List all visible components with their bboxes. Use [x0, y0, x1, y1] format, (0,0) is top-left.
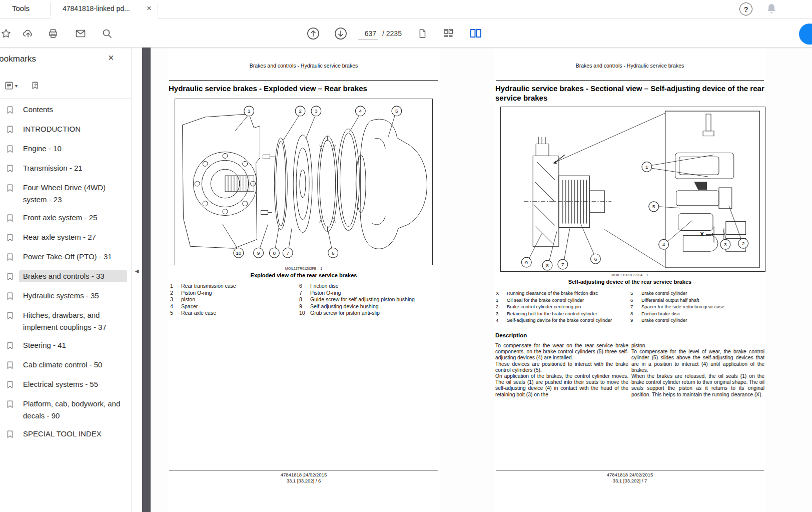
tab-separator: [158, 3, 158, 16]
thumbnail-view-button[interactable]: [439, 25, 457, 43]
bookmark-item[interactable]: Hydraulic systems - 35: [0, 287, 131, 306]
print-button[interactable]: [44, 25, 62, 43]
account-avatar[interactable]: [799, 24, 812, 45]
bookmark-icon: [6, 291, 14, 303]
bookmark-item[interactable]: Engine - 10: [0, 140, 131, 159]
parts-list-left: 1Rear transmission case 2Piston O-ring 3…: [170, 283, 295, 317]
bookmarks-panel: Bookmarks × ▾: [0, 48, 132, 512]
bookmarks-list: Contents INTRODUCTION: [0, 101, 131, 444]
single-page-view-button[interactable]: [413, 25, 431, 43]
favorite-button[interactable]: [0, 25, 15, 43]
bookmark-item[interactable]: Brakes and controls - 33: [0, 267, 131, 287]
bookmark-item[interactable]: Platform, cab, bodywork, and decals - 90: [0, 395, 131, 425]
bookmark-icon: [6, 164, 14, 176]
bookmark-icon: [6, 125, 14, 137]
bookmark-label: Transmission - 21: [19, 162, 127, 174]
bookmark-item[interactable]: INTRODUCTION: [0, 120, 131, 140]
section-title: Hydraulic service brakes - Exploded view…: [169, 84, 439, 93]
bookmark-label: Hydraulic systems - 35: [19, 290, 127, 302]
footer-page-ref: 33.1 [33.202] / 7: [494, 478, 765, 483]
figure-code: MOIL13TR01222FA 1: [494, 273, 765, 277]
help-icon: ?: [743, 5, 748, 14]
bookmark-label: Hitches, drawbars, and implement couplin…: [19, 309, 127, 333]
part-row: 8Friction brake disc: [630, 310, 764, 317]
locate-current-bookmark-button[interactable]: [25, 79, 45, 93]
part-row: 3Retaining bolt for the brake control cy…: [496, 310, 630, 317]
close-bookmarks-icon[interactable]: ×: [108, 52, 114, 64]
collapse-sidebar-button[interactable]: ◀: [132, 265, 142, 276]
svg-text:2: 2: [299, 108, 302, 114]
bookmark-item[interactable]: Steering - 41: [0, 336, 131, 356]
bookmark-label: SPECIAL TOOL INDEX: [19, 428, 127, 440]
printer-icon: [48, 28, 59, 39]
bookmark-item[interactable]: Four-Wheel Drive (4WD) system - 23: [0, 179, 131, 209]
footer-page-ref: 33.1 [33.202] / 6: [168, 478, 440, 483]
running-header: Brakes and controls - Hydraulic service …: [494, 63, 765, 69]
help-button[interactable]: ?: [739, 3, 752, 16]
notifications-button[interactable]: [764, 2, 778, 16]
part-row: XRunning clearance of the brake friction…: [496, 290, 630, 297]
two-page-view-icon: [469, 28, 482, 40]
bookmark-icon: [6, 429, 14, 441]
tab-document[interactable]: 47841818-linked pd... ×: [51, 0, 158, 19]
bookmark-label: Four-Wheel Drive (4WD) system - 23: [19, 182, 127, 206]
bookmark-item[interactable]: Cab climate control - 50: [0, 356, 131, 375]
bookmarks-options-button[interactable]: ▾: [1, 79, 21, 93]
save-to-cloud-button[interactable]: [19, 25, 37, 43]
parts-list-right: 5Brake control cylinder 6Differential ou…: [630, 290, 764, 324]
bookmark-icon: [6, 341, 14, 353]
bookmark-label: Power Take-Off (PTO) - 31: [19, 251, 127, 263]
bookmark-icon: [6, 213, 14, 225]
part-row: 5Rear axle case: [170, 310, 295, 317]
bookmark-item[interactable]: Hitches, drawbars, and implement couplin…: [0, 306, 131, 336]
page-number-input[interactable]: [358, 27, 378, 40]
header-rule: [496, 80, 764, 81]
bookmark-item[interactable]: Transmission - 21: [0, 159, 131, 179]
vertical-scrollbar[interactable]: [142, 48, 151, 512]
svg-text:5: 5: [395, 108, 398, 114]
bookmark-icon: [6, 105, 14, 117]
part-row: 5Brake control cylinder: [630, 290, 764, 297]
star-icon: [1, 28, 12, 39]
sectional-view-figure: 1 5 4 3 2 6 7 8 9 X: [500, 107, 765, 272]
svg-text:1: 1: [248, 108, 251, 114]
email-button[interactable]: [72, 25, 90, 43]
part-row: 9Brake control cylinder: [630, 317, 764, 324]
part-row: 10Grub screw for piston anti-slip: [299, 310, 438, 317]
next-page-button[interactable]: [332, 25, 350, 43]
part-row: 1Oil seal for the brake control cylinder: [496, 297, 630, 304]
parts-list-right: 6Friction disc 7Piston O-ring 8Guide scr…: [299, 283, 438, 317]
svg-text:4: 4: [359, 108, 362, 114]
bookmark-label: Steering - 41: [19, 339, 127, 351]
svg-text:6: 6: [332, 250, 335, 256]
envelope-icon: [75, 28, 87, 40]
part-row: 1Rear transmission case: [170, 283, 295, 290]
search-button[interactable]: [98, 25, 116, 43]
bookmark-label: INTRODUCTION: [19, 123, 127, 135]
search-icon: [101, 28, 113, 40]
bookmark-item[interactable]: Electrical systems - 55: [0, 375, 131, 395]
bookmark-item[interactable]: Rear axle system - 27: [0, 228, 131, 248]
two-page-view-button[interactable]: [467, 25, 485, 43]
bookmark-item[interactable]: Power Take-Off (PTO) - 31: [0, 248, 131, 267]
bookmark-item[interactable]: Contents: [0, 101, 131, 120]
part-row: 8Guide screw for self-adjusting piston b…: [299, 296, 438, 303]
close-tab-icon[interactable]: ×: [147, 4, 152, 14]
bookmark-item[interactable]: Front axle system - 25: [0, 209, 131, 228]
footer-doc-id: 47841818 24/02/2015: [494, 472, 765, 477]
description-heading: Description: [495, 332, 527, 338]
bookmark-label: Cab climate control - 50: [19, 359, 127, 371]
part-row: 6Differential output half shaft: [630, 297, 764, 304]
previous-page-button[interactable]: [304, 25, 322, 43]
thumbnails-icon: [442, 28, 454, 40]
part-row: 3piston: [170, 296, 295, 303]
parts-list-left: XRunning clearance of the brake friction…: [496, 290, 630, 324]
svg-text:1: 1: [645, 164, 648, 170]
page-count-label: / 2235: [382, 30, 402, 38]
svg-text:9: 9: [525, 260, 528, 265]
divider: [0, 98, 131, 99]
bookmark-item[interactable]: SPECIAL TOOL INDEX: [0, 425, 131, 444]
bookmark-icon: [6, 399, 14, 411]
part-row: 7Spacer for the side reduction gear case: [630, 303, 764, 310]
tab-tools[interactable]: Tools: [12, 4, 30, 13]
